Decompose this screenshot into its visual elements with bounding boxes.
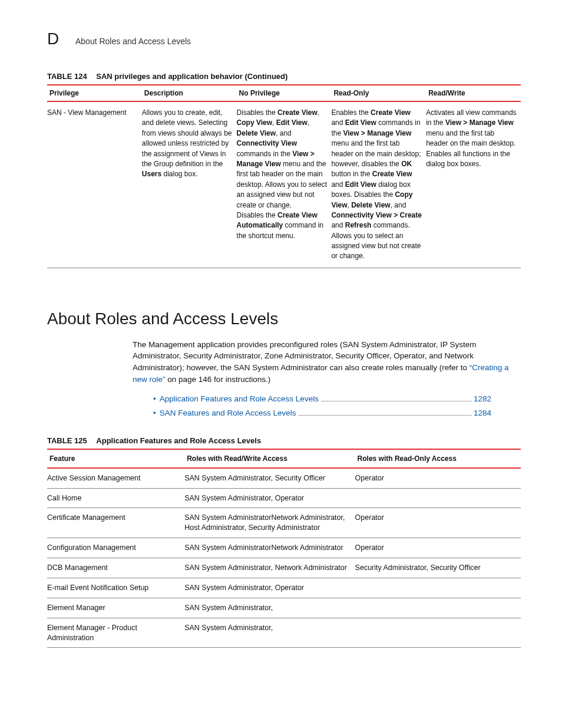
table-row: E-mail Event Notification SetupSAN Syste… <box>47 578 521 598</box>
cell-feature: Active Session Management <box>47 468 184 488</box>
cell-feature: E-mail Event Notification Setup <box>47 578 184 598</box>
cell-rw: SAN System Administrator, Operator <box>184 578 355 598</box>
table-row: DCB ManagementSAN System Administrator, … <box>47 558 521 578</box>
table-row: Active Session ManagementSAN System Admi… <box>47 468 521 488</box>
col-read-only: Read-Only <box>331 85 426 101</box>
cell-feature: Certificate Management <box>47 508 184 538</box>
cell-ro: Security Administrator, Security Officer <box>355 558 521 578</box>
cell-rw: SAN System Administrator, Security Offic… <box>184 468 355 488</box>
cell-rw: SAN System Administrator, <box>184 618 355 648</box>
cell-rw: SAN System Administrator, Operator <box>184 488 355 508</box>
page-header-title: About Roles and Access Levels <box>75 37 191 46</box>
table-125: Feature Roles with Read/Write Access Rol… <box>47 449 521 648</box>
section-heading: About Roles and Access Levels <box>47 309 521 328</box>
toc-list: • Application Features and Role Access L… <box>153 392 521 421</box>
cell-ro: Operator <box>355 538 521 558</box>
cell-ro: Operator <box>355 468 521 488</box>
cell-ro: Operator <box>355 508 521 538</box>
col-ro-access: Roles with Read-Only Access <box>355 449 521 468</box>
cell-rw: SAN System Administrator, <box>184 598 355 618</box>
bullet-icon: • <box>153 392 156 406</box>
cell-privilege: SAN - View Management <box>47 101 142 268</box>
cell-feature: Element Manager - Product Administration <box>47 618 184 648</box>
bullet-icon: • <box>153 406 156 420</box>
table-row: Element ManagerSAN System Administrator, <box>47 598 521 618</box>
table-124-title: SAN privileges and application behavior … <box>96 72 287 81</box>
table-row: Certificate ManagementSAN System Adminis… <box>47 508 521 538</box>
table-124-header-row: Privilege Description No Privilege Read-… <box>47 85 521 101</box>
toc-link-app-features[interactable]: Application Features and Role Access Lev… <box>160 392 319 406</box>
table-row: Element Manager - Product Administration… <box>47 618 521 648</box>
cell-feature: Element Manager <box>47 598 184 618</box>
col-read-write: Read/Write <box>426 85 521 101</box>
toc-link-san-features[interactable]: SAN Features and Role Access Levels <box>160 406 296 420</box>
intro-text-after: on page 146 for instructions.) <box>167 375 270 384</box>
appendix-letter: D <box>47 29 61 48</box>
cell-description: Allows you to create, edit, and delete v… <box>142 101 237 268</box>
col-description: Description <box>142 85 237 101</box>
table-row: Configuration ManagementSAN System Admin… <box>47 538 521 558</box>
col-rw-access: Roles with Read/Write Access <box>184 449 355 468</box>
col-no-privilege: No Privilege <box>237 85 332 101</box>
toc-dots <box>299 410 471 416</box>
table-124-row: SAN - View Management Allows you to crea… <box>47 101 521 268</box>
table-125-caption: TABLE 125 Application Features and Role … <box>47 436 521 445</box>
table-125-title: Application Features and Role Access Lev… <box>96 436 261 445</box>
cell-ro <box>355 618 521 648</box>
cell-read-only: Enables the Create View and Edit View co… <box>331 101 426 268</box>
cell-ro <box>355 488 521 508</box>
toc-page-number[interactable]: 1284 <box>474 406 491 420</box>
cell-rw: SAN System AdministratorNetwork Administ… <box>184 508 355 538</box>
cell-rw: SAN System Administrator, Network Admini… <box>184 558 355 578</box>
toc-item: • Application Features and Role Access L… <box>153 392 521 406</box>
table-124: Privilege Description No Privilege Read-… <box>47 84 521 268</box>
col-feature: Feature <box>47 449 184 468</box>
intro-text-before: The Management application provides prec… <box>133 340 477 372</box>
col-privilege: Privilege <box>47 85 142 101</box>
table-row: Call HomeSAN System Administrator, Opera… <box>47 488 521 508</box>
cell-ro <box>355 598 521 618</box>
toc-item: • SAN Features and Role Access Levels 12… <box>153 406 521 420</box>
cell-feature: Configuration Management <box>47 538 184 558</box>
section-intro-paragraph: The Management application provides prec… <box>133 339 521 385</box>
page-header: D About Roles and Access Levels <box>47 29 521 48</box>
toc-page-number[interactable]: 1282 <box>474 392 491 406</box>
cell-rw: SAN System AdministratorNetwork Administ… <box>184 538 355 558</box>
cell-ro <box>355 578 521 598</box>
cell-feature: Call Home <box>47 488 184 508</box>
cell-read-write: Activates all view commands in the View … <box>426 101 521 268</box>
cell-no-privilege: Disables the Create View, Copy View, Edi… <box>237 101 332 268</box>
table-124-number: TABLE 124 <box>47 72 87 81</box>
table-125-number: TABLE 125 <box>47 436 87 445</box>
table-124-caption: TABLE 124 SAN privileges and application… <box>47 72 521 81</box>
cell-feature: DCB Management <box>47 558 184 578</box>
table-125-header-row: Feature Roles with Read/Write Access Rol… <box>47 449 521 468</box>
toc-dots <box>321 396 471 401</box>
